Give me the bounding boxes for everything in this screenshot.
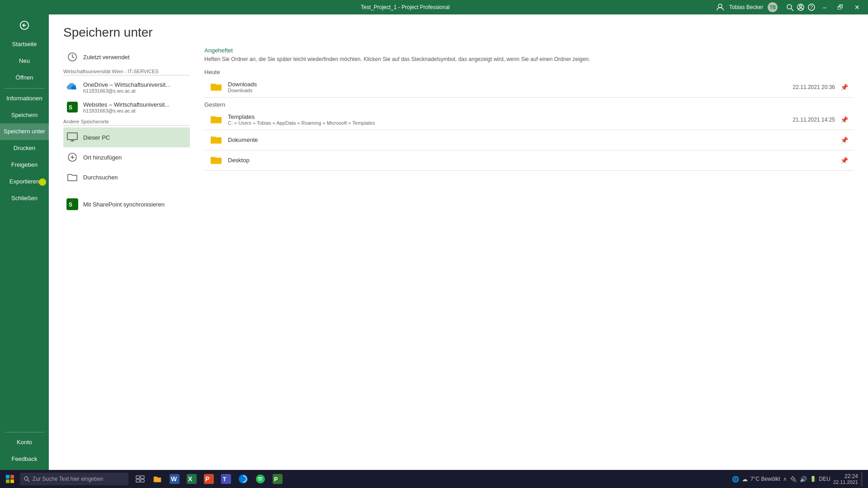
weather-icon: ☁ (742, 476, 748, 483)
pin-icon-templates[interactable]: 📌 (840, 116, 848, 123)
page-title: Speichern unter (49, 14, 868, 47)
folder-icon-desktop (210, 154, 222, 167)
svg-rect-23 (10, 479, 14, 483)
svg-point-0 (718, 4, 722, 8)
taskbar-search[interactable]: Zur Suche Text hier eingeben (20, 473, 128, 485)
sidebar-item-speichern[interactable]: Speichern (0, 107, 49, 124)
cursor-indicator (39, 178, 46, 186)
divider-2 (5, 432, 44, 432)
computer-icon (66, 131, 79, 144)
sidebar-item-konto[interactable]: Konto (0, 434, 49, 451)
titlebar: Test_Project_1 - Project Professional To… (0, 0, 868, 14)
pin-icon-desktop[interactable]: 📌 (840, 157, 848, 164)
network-icon: 🌐 (732, 476, 739, 483)
titlebar-title: Test_Project_1 - Project Professional (95, 4, 716, 10)
svg-point-24 (24, 477, 28, 480)
section-wu: Wirtschaftsuniversität Wien - IT-SERVICE… (63, 67, 190, 75)
sidebar-item-startseite[interactable]: Startseite (0, 36, 49, 53)
search-titlebar-icon[interactable] (786, 3, 794, 11)
powerpoint-button[interactable]: P (201, 471, 217, 487)
svg-line-2 (791, 9, 793, 11)
sidebar-item-oeffnen[interactable]: Öffnen (0, 70, 49, 86)
loc-zuletzt-verwendet[interactable]: Zuletzt verwendet (63, 47, 190, 67)
folder-desktop[interactable]: Desktop 📌 (204, 150, 854, 171)
word-button[interactable]: W (166, 471, 183, 487)
start-button[interactable] (2, 471, 18, 487)
loc-ort-hinzufuegen[interactable]: Ort hinzufügen (63, 147, 190, 167)
minimize-button[interactable]: – (819, 3, 830, 12)
folder-icon-dokumente (210, 134, 222, 146)
sidebar-item-speichern-unter[interactable]: Speichern unter (0, 123, 49, 140)
folder-downloads[interactable]: Downloads Downloads 22.11.2021 20:36 📌 (204, 77, 854, 98)
onedrive-icon (66, 81, 79, 94)
sync-icon: S (66, 198, 79, 211)
restore-button[interactable]: 🗗 (834, 3, 847, 12)
folders-panel: Angeheftet Heften Sie Ordner an, die Sie… (204, 47, 854, 488)
user-settings-icon[interactable] (797, 3, 805, 11)
show-desktop-button[interactable] (861, 472, 863, 486)
loc-dieser-pc[interactable]: Dieser PC (63, 127, 190, 147)
explorer-button[interactable] (149, 471, 165, 487)
pin-icon-dokumente[interactable]: 📌 (840, 136, 848, 144)
avatar[interactable]: TB (768, 2, 778, 12)
svg-text:?: ? (810, 5, 813, 10)
svg-text:X: X (188, 475, 193, 483)
taskview-button[interactable] (132, 471, 148, 487)
volume-icon[interactable]: 🔊 (800, 476, 807, 483)
folder-icon-templates (210, 113, 222, 126)
section-andere: Andere Speicherorte (63, 117, 190, 126)
sidebar-item-drucken[interactable]: Drucken (0, 140, 49, 157)
pin-icon-downloads[interactable]: 📌 (840, 84, 848, 91)
battery-icon: 🔋 (810, 476, 816, 482)
sidebar: Startseite Neu Öffnen Informationen Spei… (0, 14, 49, 488)
sidebar-nav: Startseite Neu Öffnen Informationen Spei… (0, 36, 49, 430)
language-indicator: DEU (819, 476, 830, 482)
taskbar-search-icon (24, 476, 30, 482)
svg-rect-29 (141, 479, 144, 482)
taskbar-right: 🌐 ☁ 7°C Bewölkt ∧ 🔌 🔊 🔋 DEU 22:24 22.11.… (732, 472, 866, 486)
back-button[interactable] (0, 14, 49, 36)
project-button[interactable]: P (269, 471, 286, 487)
content-body: Zuletzt verwendet Wirtschaftsuniversität… (49, 47, 868, 488)
divider-1 (5, 88, 44, 89)
app-body: Startseite Neu Öffnen Informationen Spei… (0, 14, 868, 488)
chevron-icon[interactable]: ∧ (783, 476, 787, 482)
spotify-button[interactable] (252, 471, 269, 487)
svg-rect-21 (10, 475, 14, 479)
taskbar: Zur Suche Text hier eingeben W X P T (0, 470, 868, 488)
svg-line-25 (28, 480, 29, 482)
folder-templates[interactable]: Templates C: » Users » Tobias » AppData … (204, 110, 854, 130)
sidebar-item-freigeben[interactable]: Freigeben (0, 157, 49, 174)
folder-dokumente[interactable]: Dokumente 📌 (204, 130, 854, 150)
svg-rect-20 (6, 475, 9, 479)
sidebar-item-feedback[interactable]: Feedback (0, 451, 49, 468)
svg-text:S: S (69, 104, 72, 111)
sidebar-item-informationen[interactable]: Informationen (0, 90, 49, 107)
account-icon[interactable] (716, 3, 725, 12)
svg-rect-12 (67, 133, 77, 140)
help-icon[interactable]: ? (807, 3, 816, 11)
svg-point-4 (800, 5, 802, 8)
svg-text:W: W (171, 475, 177, 483)
sidebar-item-neu[interactable]: Neu (0, 53, 49, 70)
teams-button[interactable]: T (218, 471, 234, 487)
clock-time: 22:24 (833, 473, 858, 479)
loc-websites[interactable]: S Websites – Wirtschaftsuniversit... h11… (63, 97, 190, 117)
sidebar-item-exportieren[interactable]: Exportieren (0, 174, 49, 190)
loc-sharepoint-sync[interactable]: S Mit SharePoint synchronisieren (63, 194, 190, 214)
loc-durchsuchen[interactable]: Durchsuchen (63, 167, 190, 187)
sidebar-item-schliessen[interactable]: Schließen (0, 190, 49, 207)
loc-onedrive[interactable]: OneDrive – Wirtschaftsuniversit... h1183… (63, 77, 190, 97)
user-name: Tobias Becker (729, 4, 763, 10)
taskbar-clock[interactable]: 22:24 22.11.2021 (833, 473, 858, 485)
svg-rect-26 (136, 476, 140, 479)
svg-text:P: P (274, 476, 278, 483)
svg-text:S: S (69, 202, 72, 208)
excel-button[interactable]: X (184, 471, 200, 487)
close-button[interactable]: ✕ (851, 3, 863, 12)
svg-text:T: T (223, 476, 226, 483)
locations-panel: Zuletzt verwendet Wirtschaftsuniversität… (63, 47, 190, 488)
svg-rect-28 (136, 479, 140, 482)
edge-button[interactable] (235, 471, 251, 487)
add-location-icon (66, 151, 79, 164)
